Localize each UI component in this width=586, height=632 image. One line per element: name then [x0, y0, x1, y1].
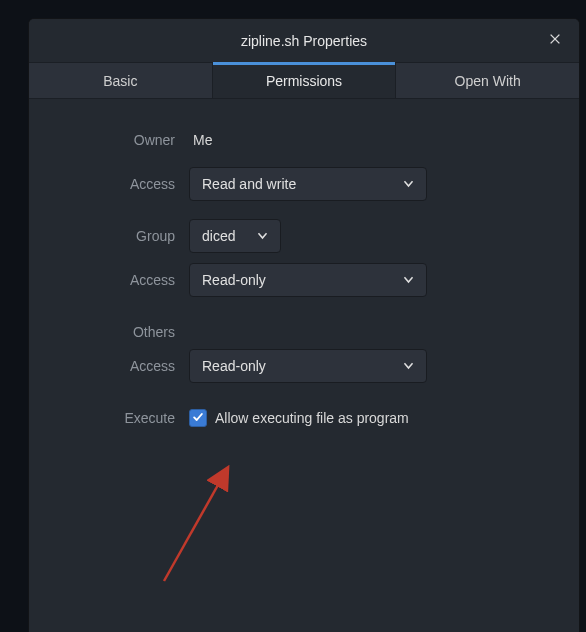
- tab-permissions[interactable]: Permissions: [213, 63, 397, 98]
- owner-row: Owner Me: [69, 123, 539, 157]
- group-access-dropdown[interactable]: Read-only: [189, 263, 427, 297]
- close-button[interactable]: [541, 27, 569, 55]
- tab-label: Open With: [455, 73, 521, 89]
- tab-open-with[interactable]: Open With: [396, 63, 579, 98]
- others-row: Others: [69, 315, 539, 349]
- execute-row: Execute Allow executing file as program: [69, 401, 539, 435]
- others-access-label: Access: [69, 358, 189, 374]
- permissions-panel: Owner Me Access Read and write Group dic…: [29, 99, 579, 632]
- svg-line-2: [164, 469, 227, 581]
- execute-checkbox-label: Allow executing file as program: [215, 410, 409, 426]
- titlebar[interactable]: zipline.sh Properties: [29, 19, 579, 63]
- others-label: Others: [69, 324, 189, 340]
- owner-value: Me: [189, 132, 212, 148]
- owner-access-label: Access: [69, 176, 189, 192]
- dropdown-value: Read-only: [202, 272, 392, 288]
- group-label: Group: [69, 228, 189, 244]
- properties-dialog: zipline.sh Properties Basic Permissions …: [28, 18, 580, 632]
- check-icon: [192, 410, 204, 426]
- tab-label: Basic: [103, 73, 137, 89]
- dropdown-value: Read and write: [202, 176, 392, 192]
- window-title: zipline.sh Properties: [241, 33, 367, 49]
- chevron-down-icon: [400, 176, 416, 192]
- owner-access-row: Access Read and write: [69, 167, 539, 201]
- tab-bar: Basic Permissions Open With: [29, 63, 579, 99]
- execute-checkbox[interactable]: [189, 409, 207, 427]
- group-access-row: Access Read-only: [69, 263, 539, 297]
- annotation-arrow: [149, 451, 259, 591]
- group-dropdown[interactable]: diced: [189, 219, 281, 253]
- chevron-down-icon: [400, 272, 416, 288]
- tab-label: Permissions: [266, 73, 342, 89]
- others-access-row: Access Read-only: [69, 349, 539, 383]
- others-access-dropdown[interactable]: Read-only: [189, 349, 427, 383]
- dropdown-value: diced: [202, 228, 246, 244]
- group-row: Group diced: [69, 219, 539, 253]
- group-access-label: Access: [69, 272, 189, 288]
- close-icon: [548, 32, 562, 49]
- owner-label: Owner: [69, 132, 189, 148]
- tab-basic[interactable]: Basic: [29, 63, 213, 98]
- owner-access-dropdown[interactable]: Read and write: [189, 167, 427, 201]
- chevron-down-icon: [254, 228, 270, 244]
- execute-label: Execute: [69, 410, 189, 426]
- dropdown-value: Read-only: [202, 358, 392, 374]
- chevron-down-icon: [400, 358, 416, 374]
- execute-checkbox-wrap[interactable]: Allow executing file as program: [189, 409, 409, 427]
